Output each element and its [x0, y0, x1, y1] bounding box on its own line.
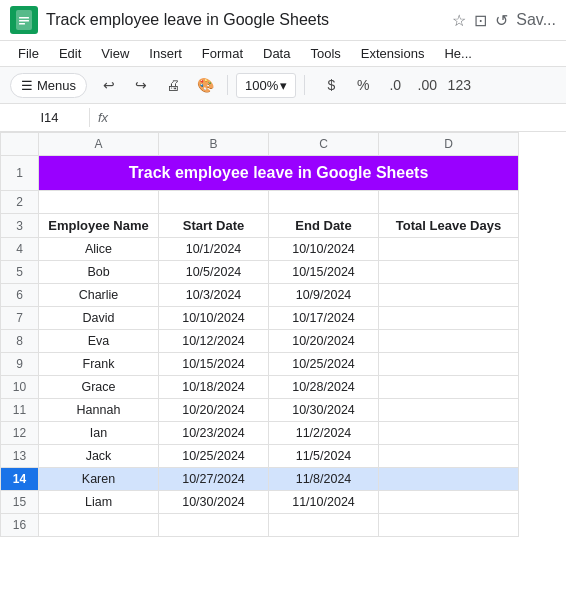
- cell-end-11[interactable]: 10/30/2024: [269, 399, 379, 422]
- cell-name-10[interactable]: Grace: [39, 376, 159, 399]
- history-icon[interactable]: ↺: [495, 11, 508, 30]
- menus-button[interactable]: ☰ Menus: [10, 73, 87, 98]
- cell-name-13[interactable]: Jack: [39, 445, 159, 468]
- cell-B2[interactable]: [159, 191, 269, 214]
- cell-start-14[interactable]: 10/27/2024: [159, 468, 269, 491]
- cell-start-5[interactable]: 10/5/2024: [159, 261, 269, 284]
- cell-name-16[interactable]: [39, 514, 159, 537]
- star-icon[interactable]: ☆: [452, 11, 466, 30]
- cell-D2[interactable]: [379, 191, 519, 214]
- cell-end-4[interactable]: 10/10/2024: [269, 238, 379, 261]
- cell-name-12[interactable]: Ian: [39, 422, 159, 445]
- cell-total-14[interactable]: [379, 468, 519, 491]
- cell-end-8[interactable]: 10/20/2024: [269, 330, 379, 353]
- cell-total-16[interactable]: [379, 514, 519, 537]
- data-row-8: 8Eva10/12/202410/20/2024: [1, 330, 519, 353]
- data-row-7: 7David10/10/202410/17/2024: [1, 307, 519, 330]
- cell-end-13[interactable]: 11/5/2024: [269, 445, 379, 468]
- col-header-row: A B C D: [1, 133, 519, 156]
- cell-name-15[interactable]: Liam: [39, 491, 159, 514]
- decimal-decrease-button[interactable]: .0: [381, 71, 409, 99]
- more-formats-button[interactable]: 123: [445, 71, 473, 99]
- cell-end-6[interactable]: 10/9/2024: [269, 284, 379, 307]
- header-end-date[interactable]: End Date: [269, 214, 379, 238]
- spreadsheet: A B C D 1 Track employee leave in Google…: [0, 132, 566, 537]
- cell-start-6[interactable]: 10/3/2024: [159, 284, 269, 307]
- undo-button[interactable]: ↩: [95, 71, 123, 99]
- menu-help[interactable]: He...: [436, 43, 479, 64]
- title-cell[interactable]: Track employee leave in Google Sheets: [39, 156, 519, 191]
- menu-tools[interactable]: Tools: [302, 43, 348, 64]
- cell-start-7[interactable]: 10/10/2024: [159, 307, 269, 330]
- cell-total-7[interactable]: [379, 307, 519, 330]
- cell-total-6[interactable]: [379, 284, 519, 307]
- cell-start-12[interactable]: 10/23/2024: [159, 422, 269, 445]
- percent-button[interactable]: %: [349, 71, 377, 99]
- toolbar: ☰ Menus ↩ ↪ 🖨 🎨 100% ▾ $ % .0 .00 123: [0, 67, 566, 104]
- col-header-D[interactable]: D: [379, 133, 519, 156]
- row-num-3: 3: [1, 214, 39, 238]
- cell-reference-input[interactable]: [10, 108, 90, 127]
- cell-A2[interactable]: [39, 191, 159, 214]
- cell-start-8[interactable]: 10/12/2024: [159, 330, 269, 353]
- menu-extensions[interactable]: Extensions: [353, 43, 433, 64]
- formula-input[interactable]: [116, 110, 556, 125]
- cell-total-13[interactable]: [379, 445, 519, 468]
- cell-C2[interactable]: [269, 191, 379, 214]
- cell-total-10[interactable]: [379, 376, 519, 399]
- cell-end-15[interactable]: 11/10/2024: [269, 491, 379, 514]
- cell-end-5[interactable]: 10/15/2024: [269, 261, 379, 284]
- menu-data[interactable]: Data: [255, 43, 298, 64]
- cell-start-4[interactable]: 10/1/2024: [159, 238, 269, 261]
- data-row-6: 6Charlie10/3/202410/9/2024: [1, 284, 519, 307]
- folder-icon[interactable]: ⊡: [474, 11, 487, 30]
- cell-total-12[interactable]: [379, 422, 519, 445]
- cell-total-11[interactable]: [379, 399, 519, 422]
- cell-name-6[interactable]: Charlie: [39, 284, 159, 307]
- cell-end-7[interactable]: 10/17/2024: [269, 307, 379, 330]
- cell-end-9[interactable]: 10/25/2024: [269, 353, 379, 376]
- paint-format-button[interactable]: 🎨: [191, 71, 219, 99]
- menu-insert[interactable]: Insert: [141, 43, 190, 64]
- col-header-A[interactable]: A: [39, 133, 159, 156]
- data-row-16: 16: [1, 514, 519, 537]
- header-start-date[interactable]: Start Date: [159, 214, 269, 238]
- cell-name-9[interactable]: Frank: [39, 353, 159, 376]
- cell-total-8[interactable]: [379, 330, 519, 353]
- header-total-leave-days[interactable]: Total Leave Days: [379, 214, 519, 238]
- cell-total-15[interactable]: [379, 491, 519, 514]
- redo-button[interactable]: ↪: [127, 71, 155, 99]
- cell-end-16[interactable]: [269, 514, 379, 537]
- cell-total-5[interactable]: [379, 261, 519, 284]
- cell-name-5[interactable]: Bob: [39, 261, 159, 284]
- menu-format[interactable]: Format: [194, 43, 251, 64]
- cell-start-11[interactable]: 10/20/2024: [159, 399, 269, 422]
- document-title: Track employee leave in Google Sheets: [46, 11, 444, 29]
- cell-start-13[interactable]: 10/25/2024: [159, 445, 269, 468]
- currency-button[interactable]: $: [317, 71, 345, 99]
- cell-start-15[interactable]: 10/30/2024: [159, 491, 269, 514]
- cell-name-4[interactable]: Alice: [39, 238, 159, 261]
- menu-view[interactable]: View: [93, 43, 137, 64]
- zoom-selector[interactable]: 100% ▾: [236, 73, 296, 98]
- menu-edit[interactable]: Edit: [51, 43, 89, 64]
- cell-start-16[interactable]: [159, 514, 269, 537]
- col-header-B[interactable]: B: [159, 133, 269, 156]
- cell-name-7[interactable]: David: [39, 307, 159, 330]
- cell-end-12[interactable]: 11/2/2024: [269, 422, 379, 445]
- formula-bar: fx: [0, 104, 566, 132]
- header-employee-name[interactable]: Employee Name: [39, 214, 159, 238]
- cell-total-9[interactable]: [379, 353, 519, 376]
- cell-name-11[interactable]: Hannah: [39, 399, 159, 422]
- cell-start-10[interactable]: 10/18/2024: [159, 376, 269, 399]
- cell-name-8[interactable]: Eva: [39, 330, 159, 353]
- col-header-C[interactable]: C: [269, 133, 379, 156]
- cell-total-4[interactable]: [379, 238, 519, 261]
- cell-end-14[interactable]: 11/8/2024: [269, 468, 379, 491]
- cell-start-9[interactable]: 10/15/2024: [159, 353, 269, 376]
- print-button[interactable]: 🖨: [159, 71, 187, 99]
- cell-end-10[interactable]: 10/28/2024: [269, 376, 379, 399]
- menu-file[interactable]: File: [10, 43, 47, 64]
- decimal-increase-button[interactable]: .00: [413, 71, 441, 99]
- cell-name-14[interactable]: Karen: [39, 468, 159, 491]
